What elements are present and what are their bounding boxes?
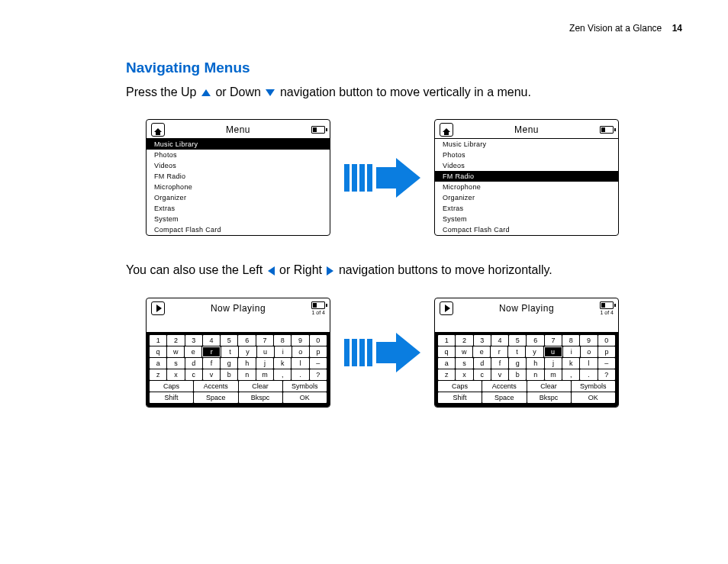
key[interactable]: 8 bbox=[562, 335, 579, 346]
key[interactable]: 0 bbox=[598, 335, 615, 346]
menu-item[interactable]: Compact Flash Card bbox=[435, 224, 618, 235]
key[interactable]: 3 bbox=[474, 335, 491, 346]
key[interactable]: k bbox=[562, 358, 579, 369]
key[interactable]: 6 bbox=[238, 335, 255, 346]
key[interactable]: y bbox=[239, 346, 256, 357]
menu-item[interactable]: Videos bbox=[147, 160, 330, 171]
menu-item[interactable]: Music Library bbox=[435, 139, 618, 150]
key[interactable]: e bbox=[473, 346, 490, 357]
key[interactable]: n bbox=[238, 369, 255, 380]
menu-item[interactable]: Extras bbox=[147, 203, 330, 214]
key[interactable]: 1 bbox=[438, 335, 455, 346]
key[interactable]: h bbox=[238, 358, 255, 369]
menu-item[interactable]: FM Radio bbox=[435, 171, 618, 182]
key-caps[interactable]: Caps bbox=[150, 381, 193, 392]
key[interactable]: 1 bbox=[150, 335, 166, 346]
menu-item[interactable]: Music Library bbox=[147, 139, 330, 150]
menu-item[interactable]: Photos bbox=[435, 150, 618, 160]
key[interactable]: t bbox=[221, 346, 238, 357]
menu-item[interactable]: FM Radio bbox=[147, 171, 330, 182]
menu-item[interactable]: System bbox=[435, 214, 618, 224]
key[interactable]: 4 bbox=[491, 335, 508, 346]
key[interactable]: ? bbox=[310, 369, 327, 380]
key[interactable]: h bbox=[527, 358, 543, 369]
key[interactable]: c bbox=[474, 369, 491, 380]
key[interactable]: q bbox=[150, 346, 166, 357]
menu-item[interactable]: Extras bbox=[435, 203, 618, 214]
key-space[interactable]: Space bbox=[194, 392, 237, 403]
key[interactable]: l bbox=[580, 358, 597, 369]
key[interactable]: z bbox=[150, 369, 166, 380]
key[interactable]: 3 bbox=[185, 335, 202, 346]
key-symbols[interactable]: Symbols bbox=[572, 381, 615, 392]
key[interactable]: a bbox=[438, 358, 455, 369]
key[interactable]: g bbox=[509, 358, 526, 369]
key[interactable]: e bbox=[185, 346, 201, 357]
key[interactable]: o bbox=[581, 346, 598, 357]
key[interactable]: s bbox=[167, 358, 184, 369]
key-ok[interactable]: OK bbox=[572, 392, 615, 403]
key[interactable]: i bbox=[563, 346, 580, 357]
key-clear[interactable]: Clear bbox=[527, 381, 571, 392]
key[interactable]: c bbox=[185, 369, 202, 380]
key[interactable]: k bbox=[274, 358, 291, 369]
key[interactable]: b bbox=[509, 369, 526, 380]
key-caps[interactable]: Caps bbox=[438, 381, 482, 392]
menu-item[interactable]: Videos bbox=[435, 160, 618, 171]
key[interactable]: 4 bbox=[203, 335, 220, 346]
key[interactable]: . bbox=[580, 369, 597, 380]
key[interactable]: d bbox=[474, 358, 491, 369]
key-accents[interactable]: Accents bbox=[482, 381, 526, 392]
key[interactable]: z bbox=[438, 369, 455, 380]
key[interactable]: i bbox=[275, 346, 292, 357]
key-space[interactable]: Space bbox=[482, 392, 526, 403]
key[interactable]: f bbox=[491, 358, 508, 369]
key[interactable]: o bbox=[292, 346, 309, 357]
key[interactable]: u bbox=[257, 346, 274, 357]
key[interactable]: b bbox=[221, 369, 237, 380]
menu-item[interactable]: System bbox=[147, 214, 330, 224]
key[interactable]: – bbox=[598, 358, 615, 369]
key[interactable]: r bbox=[491, 346, 507, 357]
key[interactable]: l bbox=[292, 358, 308, 369]
key[interactable]: j bbox=[256, 358, 273, 369]
key[interactable]: , bbox=[562, 369, 579, 380]
key[interactable]: 5 bbox=[509, 335, 526, 346]
menu-item[interactable]: Compact Flash Card bbox=[147, 224, 330, 235]
key[interactable]: ? bbox=[598, 369, 615, 380]
key[interactable]: m bbox=[545, 369, 562, 380]
key[interactable]: – bbox=[310, 358, 327, 369]
menu-item[interactable]: Microphone bbox=[435, 182, 618, 192]
key[interactable]: 7 bbox=[545, 335, 562, 346]
key-shift[interactable]: Shift bbox=[150, 392, 193, 403]
key[interactable]: a bbox=[150, 358, 166, 369]
key[interactable]: p bbox=[598, 346, 615, 357]
key-bkspc[interactable]: Bkspc bbox=[239, 392, 282, 403]
key[interactable]: v bbox=[203, 369, 220, 380]
key[interactable]: . bbox=[292, 369, 308, 380]
key-accents[interactable]: Accents bbox=[194, 381, 237, 392]
key[interactable]: 9 bbox=[580, 335, 597, 346]
key[interactable]: p bbox=[310, 346, 327, 357]
menu-item[interactable]: Microphone bbox=[147, 182, 330, 192]
key[interactable]: v bbox=[491, 369, 508, 380]
key[interactable]: r bbox=[202, 346, 221, 357]
key[interactable]: s bbox=[456, 358, 472, 369]
menu-item[interactable]: Organizer bbox=[435, 192, 618, 203]
key[interactable]: x bbox=[167, 369, 184, 380]
key[interactable]: 6 bbox=[527, 335, 543, 346]
menu-item[interactable]: Organizer bbox=[147, 192, 330, 203]
key[interactable]: 8 bbox=[274, 335, 291, 346]
key-symbols[interactable]: Symbols bbox=[283, 381, 327, 392]
key[interactable]: t bbox=[508, 346, 525, 357]
key[interactable]: q bbox=[438, 346, 455, 357]
key-shift[interactable]: Shift bbox=[438, 392, 482, 403]
key[interactable]: g bbox=[221, 358, 237, 369]
menu-item[interactable]: Photos bbox=[147, 150, 330, 160]
key[interactable]: w bbox=[456, 346, 472, 357]
key[interactable]: f bbox=[203, 358, 220, 369]
key[interactable]: 7 bbox=[256, 335, 273, 346]
key[interactable]: 9 bbox=[292, 335, 308, 346]
key[interactable]: x bbox=[456, 369, 472, 380]
key[interactable]: n bbox=[527, 369, 543, 380]
